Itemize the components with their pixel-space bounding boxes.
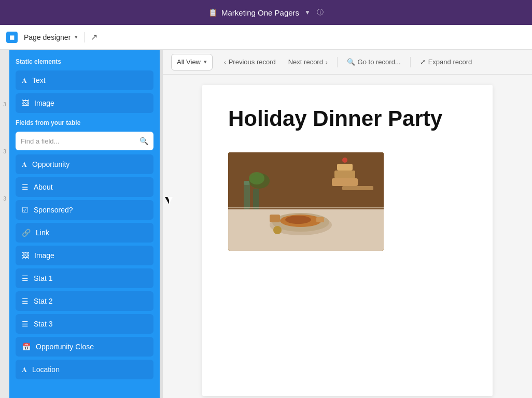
sidebar-item-sponsored-label: Sponsored? — [34, 206, 73, 214]
svg-rect-22 — [228, 152, 384, 251]
view-dropdown-arrow: ▾ — [204, 59, 207, 65]
expand-record-button[interactable]: ⤢ Expand record — [415, 54, 478, 70]
sidebar-item-stat1-label: Stat 1 — [34, 274, 53, 282]
prev-record-button[interactable]: ‹ Previous record — [219, 54, 281, 70]
sidebar-item-location[interactable]: 𝐀 Location — [16, 360, 153, 379]
opportunity-icon: 𝐀 — [22, 160, 27, 169]
header-dropdown-arrow[interactable]: ▼ — [304, 9, 311, 16]
left-edge-numbers: 3 3 3 — [0, 50, 9, 398]
sidebar-item-about[interactable]: ☰ About — [16, 177, 153, 197]
stat1-icon: ☰ — [22, 274, 29, 282]
expand-icon: ⤢ — [420, 58, 426, 66]
sidebar-item-text-label: Text — [32, 76, 46, 84]
sidebar-item-link-label: Link — [36, 229, 49, 237]
designer-dropdown-arrow[interactable]: ▾ — [75, 34, 78, 40]
section-divider: Fields from your table — [16, 119, 153, 126]
page-canvas: Holiday Dinner Party — [163, 75, 532, 398]
header-doc-icon: 📋 — [208, 8, 217, 17]
next-record-button[interactable]: Next record › — [283, 54, 333, 70]
sidebar: Static elements 𝐀 Text 🖼 Image Fields fr… — [9, 50, 160, 398]
opp-close-icon: 📅 — [22, 343, 31, 351]
sidebar-item-sponsored[interactable]: ☑ Sponsored? — [16, 200, 153, 220]
header-title: Marketing One Pagers — [221, 8, 299, 17]
app-logo: ◼ — [6, 32, 18, 43]
page-title: Holiday Dinner Party — [228, 106, 467, 132]
text-icon: 𝐀 — [22, 76, 27, 85]
sidebar-item-opp-close[interactable]: 📅 Opportunity Close — [16, 337, 153, 357]
sidebar-item-opportunity[interactable]: 𝐀 Opportunity — [16, 154, 153, 174]
content-area: All View ▾ ‹ Previous record Next record… — [163, 50, 532, 398]
sidebar-item-stat1[interactable]: ☰ Stat 1 — [16, 268, 153, 288]
prev-record-label: Previous record — [229, 58, 276, 66]
sidebar-item-stat2-label: Stat 2 — [34, 297, 53, 305]
sidebar-item-text[interactable]: 𝐀 Text — [16, 70, 153, 90]
static-section-label: Static elements — [16, 58, 153, 65]
fields-section-label: Fields from your table — [16, 119, 153, 126]
stat3-icon: ☰ — [22, 320, 29, 328]
next-arrow-icon: › — [326, 59, 328, 65]
external-link-icon[interactable]: ↗ — [91, 32, 97, 42]
about-icon: ☰ — [22, 183, 29, 191]
prev-arrow-icon: ‹ — [224, 59, 226, 65]
sponsored-icon: ☑ — [22, 206, 29, 214]
top-header: 📋 Marketing One Pagers ▼ ⓘ — [0, 0, 532, 25]
sidebar-item-stat3-label: Stat 3 — [34, 320, 53, 328]
sidebar-item-image2-label: Image — [34, 251, 54, 260]
nav-separator — [337, 57, 338, 67]
designer-label: Page designer — [24, 33, 71, 41]
search-icon: 🔍 — [139, 137, 148, 145]
goto-record-button[interactable]: 🔍 Go to record... — [342, 54, 406, 70]
image-icon: 🖼 — [22, 99, 29, 107]
sidebar-item-image-label: Image — [34, 99, 54, 107]
toolbar: ◼ Page designer ▾ ↗ — [0, 25, 532, 50]
search-input[interactable] — [21, 137, 135, 145]
page-image — [228, 152, 384, 251]
link-icon: 🔗 — [22, 229, 31, 237]
expand-record-label: Expand record — [428, 58, 472, 66]
sidebar-item-about-label: About — [34, 183, 53, 191]
view-selector-label: All View — [177, 58, 201, 66]
main-layout: 3 3 3 Static elements 𝐀 Text 🖼 Image Fie… — [0, 50, 532, 398]
search-nav-icon: 🔍 — [347, 58, 355, 66]
goto-record-label: Go to record... — [358, 58, 401, 66]
field-search-container[interactable]: 🔍 — [16, 132, 153, 150]
sidebar-item-image2[interactable]: 🖼 Image — [16, 246, 153, 265]
sidebar-item-location-label: Location — [32, 365, 60, 374]
nav-bar: All View ▾ ‹ Previous record Next record… — [163, 50, 532, 75]
toolbar-divider — [84, 32, 85, 42]
sidebar-item-stat2[interactable]: ☰ Stat 2 — [16, 291, 153, 311]
next-record-label: Next record — [288, 58, 323, 66]
sidebar-item-image[interactable]: 🖼 Image — [16, 93, 153, 113]
header-info-icon[interactable]: ⓘ — [317, 8, 324, 17]
view-selector[interactable]: All View ▾ — [171, 54, 213, 70]
white-page: Holiday Dinner Party — [202, 85, 493, 396]
stat2-icon: ☰ — [22, 297, 29, 305]
image2-icon: 🖼 — [22, 251, 29, 260]
sidebar-item-opportunity-label: Opportunity — [32, 160, 69, 168]
sidebar-item-opp-close-label: Opportunity Close — [36, 343, 94, 351]
sidebar-item-stat3[interactable]: ☰ Stat 3 — [16, 314, 153, 334]
nav-separator2 — [410, 57, 411, 67]
location-icon: 𝐀 — [22, 365, 27, 374]
sidebar-item-link[interactable]: 🔗 Link — [16, 223, 153, 243]
